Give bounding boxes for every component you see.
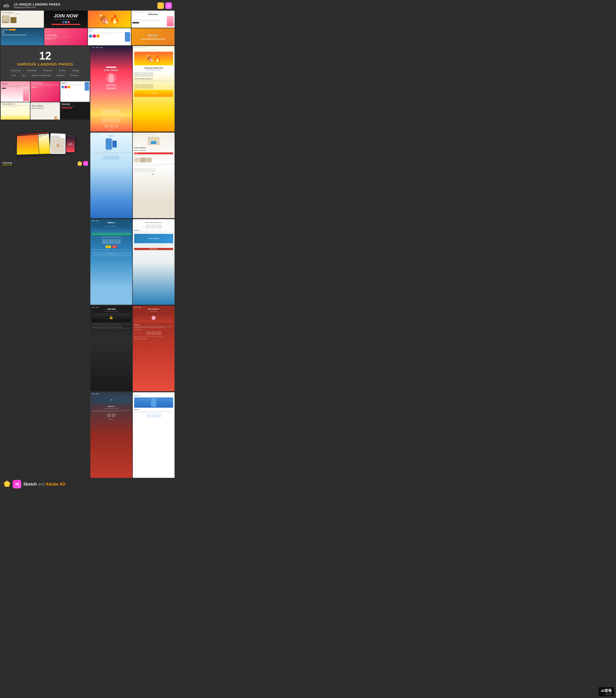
spa-subtitle: Natural Beauty xyxy=(134,311,173,312)
title-area: 12 UNIQUE LANDING PAGES Multipurpose Web… xyxy=(14,3,60,9)
tag-realestate[interactable]: Real Estate xyxy=(25,69,40,72)
business-img: VISION & MISSION xyxy=(134,234,173,243)
maldives-title-text: Maldives xyxy=(92,222,131,224)
food-fire-preview: 🍖🔥 xyxy=(88,11,131,28)
mini-phone xyxy=(85,82,89,90)
and-word: and xyxy=(38,482,45,486)
app-about-nav xyxy=(134,394,173,394)
sale-badge: SALE xyxy=(134,152,173,154)
spa-title: SPA & BEAUTY xyxy=(134,308,173,310)
spa-flower: 🌸 xyxy=(134,313,173,322)
stay-shady-badge: STAY SHADY xyxy=(106,84,117,86)
fitness-lp-card: STAY SHADY STAY SHADY STAY SHADY LOREM I… xyxy=(90,46,132,131)
svg-marker-5 xyxy=(159,5,162,7)
spa-lp-card: SPA & BEAUTY Natural Beauty 🌸 About Us O… xyxy=(133,306,175,391)
mini-design: A Life in Design xyxy=(30,81,60,102)
right-column: STAY SHADY STAY SHADY STAY SHADY LOREM I… xyxy=(90,46,174,478)
spa-nav xyxy=(134,307,173,308)
sketch-word: Sketch xyxy=(23,482,38,486)
mini-previews-grid: Welcome A Life in Design xyxy=(1,81,90,119)
bottom-label: Sketch and Adobe XD xyxy=(23,482,65,487)
business-nav xyxy=(134,221,173,221)
number-section: 12 VARIOUS LANDING PAGES Ecommerce Real … xyxy=(1,46,90,81)
right-two-col: STAY SHADY STAY SHADY STAY SHADY LOREM I… xyxy=(90,46,174,131)
mini-welcome-title: Welcome xyxy=(2,83,29,85)
tag-restaurant[interactable]: Restaurant xyxy=(41,69,55,72)
gym-subtitle: GET IN SHAPE TODAY xyxy=(92,311,131,312)
tags-row: Ecommerce Real Estate Restaurant Furnitu… xyxy=(4,69,86,77)
modern-collection-label: Modern Collection xyxy=(134,150,173,151)
welcome-gym-preview: Welcome Get in Shape Today xyxy=(131,28,174,45)
travel-nav xyxy=(92,221,131,221)
about-us-text: About Us xyxy=(92,405,131,407)
travel-desc: Look at the best hotels and residences xyxy=(92,237,131,238)
iso-laptop: Choosing Quality Food xyxy=(16,131,51,155)
welcome-preview: HomeAbout UsOur BusinessOur TeamContact … xyxy=(131,11,174,28)
price-38: 38€ xyxy=(106,246,111,248)
main-title: 12 UNIQUE LANDING PAGES xyxy=(14,3,60,6)
about-nav xyxy=(92,394,131,394)
header: ab 12 UNIQUE LANDING PAGES Multipurpose … xyxy=(0,0,175,11)
mini-app: MailCare xyxy=(60,81,90,102)
app-lp-title: MailCare xyxy=(92,135,131,137)
fb-icon: f xyxy=(62,21,64,23)
bottom-bar: Xd Sketch and Adobe XD xyxy=(0,478,175,490)
stay-shady-badge2: STAY SHADY xyxy=(106,87,117,89)
right-two-col-2: MailCare xyxy=(90,132,174,218)
search-bar xyxy=(52,24,80,25)
business-about-us: About Us xyxy=(134,230,173,231)
food-nav xyxy=(134,47,173,48)
we-are-here: We are here to help you out xyxy=(134,222,173,223)
xd-badge: Xd xyxy=(13,480,21,488)
gym-join-now: JOIN NOW xyxy=(92,308,131,310)
spa-about: About Us xyxy=(134,324,173,325)
fitness-person xyxy=(106,73,116,83)
iso-sketch-icon xyxy=(78,161,82,166)
fitness-nav xyxy=(92,47,131,48)
chair-nav: Products · Sofa · Chair · Contact Us xyxy=(2,13,43,14)
tag-ecommerce[interactable]: Ecommerce xyxy=(9,69,24,72)
choosing-quality-food-title: Choosing Quality Food xyxy=(134,67,173,69)
business-building: 🏢 xyxy=(92,395,131,404)
welcome-girl-figure xyxy=(167,16,174,26)
furniture-style-label: STYLE, COMFORT & AFFORDABLE xyxy=(134,134,173,135)
tag-appinfo[interactable]: App Info Landing Page xyxy=(29,73,53,77)
phone-mock-2 xyxy=(112,141,117,148)
gym-nav xyxy=(92,307,131,308)
food-cta-banner: ORDER NOW xyxy=(134,90,173,97)
business-lp-card: We are here to help you out About Us VIS… xyxy=(133,219,175,305)
sketch-icon xyxy=(157,2,164,9)
iso-overlay-logo: Xd xyxy=(78,161,88,166)
lives-text: ives xyxy=(2,31,43,33)
second-preview-row: ives ACES A Life in Design You can find … xyxy=(0,28,175,45)
page-wrapper: ab 12 UNIQUE LANDING PAGES Multipurpose … xyxy=(0,0,175,490)
ig-icon: ig xyxy=(68,21,70,23)
spa-best-way: THE BEST WAY TO PROTECT IT IS THE ONLY O… xyxy=(134,336,173,337)
logo-text: ab xyxy=(3,3,10,9)
about-start-biz: Start Your Business With Us xyxy=(92,408,131,409)
aces-text: ACES xyxy=(2,33,43,34)
hello-the: Hello the xyxy=(89,31,130,32)
spa-promise: Our Promise xyxy=(134,329,173,330)
mini-modern-collection: Modern Collection xyxy=(31,108,59,109)
gym-fist: 💪 xyxy=(92,313,131,322)
fitness-content: LOREM IPSUM xyxy=(92,108,131,130)
tag-spa[interactable]: Spa xyxy=(19,73,28,77)
tag-business1[interactable]: Business xyxy=(54,73,67,77)
iso-xd-icon: Xd xyxy=(83,161,88,166)
app-about-title: Welcome xyxy=(134,395,173,396)
iso-quality-text: Quality Food xyxy=(2,164,12,166)
tag-gym[interactable]: Gym xyxy=(10,73,18,77)
app-lp-card: MailCare xyxy=(90,132,132,218)
app-nav xyxy=(92,134,131,135)
iso-overlay-text: Choosing Quality Food xyxy=(2,162,12,166)
design-sub-text: You can find an endless amount of inspir… xyxy=(45,37,70,38)
logo-area: ab xyxy=(3,3,10,9)
tag-holidays[interactable]: Holidays xyxy=(70,69,82,72)
iso-phone: STAY SHADY xyxy=(66,135,75,152)
chair-graphic xyxy=(2,15,10,23)
affordable-label: AFFORDABLE xyxy=(2,12,43,13)
tag-business2[interactable]: Business xyxy=(68,73,81,77)
welcome-gym-text: Welcome xyxy=(148,34,158,37)
tag-furniture[interactable]: Furniture xyxy=(56,69,69,72)
